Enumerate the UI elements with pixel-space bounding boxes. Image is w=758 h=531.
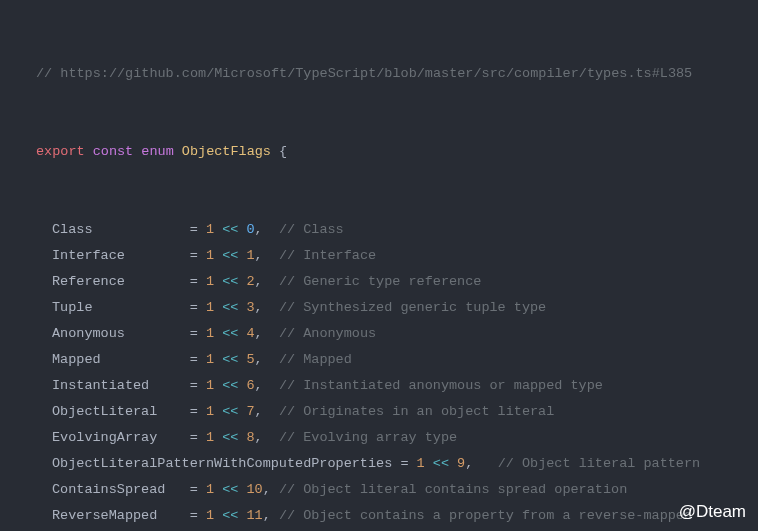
- bit-position: 3: [246, 300, 254, 315]
- shift-operator: <<: [214, 378, 246, 393]
- bit-position: 10: [246, 482, 262, 497]
- shift-operator: <<: [214, 430, 246, 445]
- member-name: Class: [52, 222, 93, 237]
- shift-operator: <<: [214, 274, 246, 289]
- shift-operator: <<: [214, 508, 246, 523]
- shift-operator: <<: [214, 222, 246, 237]
- number-one: 1: [206, 378, 214, 393]
- number-one: 1: [206, 274, 214, 289]
- number-one: 1: [206, 326, 214, 341]
- code-line: Tuple = 1 << 3, // Synthesized generic t…: [0, 295, 758, 321]
- member-name: ObjectLiteralPatternWithComputedProperti…: [52, 456, 392, 471]
- code-line: ContainsSpread = 1 << 10, // Object lite…: [0, 477, 758, 503]
- bit-position: 11: [246, 508, 262, 523]
- line-comment: // Instantiated anonymous or mapped type: [279, 378, 603, 393]
- number-one: 1: [206, 404, 214, 419]
- shift-operator: <<: [214, 300, 246, 315]
- source-url-comment: // https://github.com/Microsoft/TypeScri…: [36, 66, 692, 81]
- code-line: Mapped = 1 << 5, // Mapped: [0, 347, 758, 373]
- bit-position: 9: [457, 456, 465, 471]
- line-comment: // Interface: [279, 248, 376, 263]
- bit-position: 0: [246, 222, 254, 237]
- line-comment: // Object contains a property from a rev…: [279, 508, 692, 523]
- enum-name: ObjectFlags: [182, 144, 271, 159]
- code-line: Instantiated = 1 << 6, // Instantiated a…: [0, 373, 758, 399]
- number-one: 1: [206, 352, 214, 367]
- member-name: ObjectLiteral: [52, 404, 157, 419]
- line-comment: // Class: [279, 222, 344, 237]
- member-name: EvolvingArray: [52, 430, 157, 445]
- code-line: Class = 1 << 0, // Class: [0, 217, 758, 243]
- bit-position: 1: [246, 248, 254, 263]
- brace-open: {: [279, 144, 287, 159]
- shift-operator: <<: [214, 352, 246, 367]
- code-line: EvolvingArray = 1 << 8, // Evolving arra…: [0, 425, 758, 451]
- bit-position: 6: [246, 378, 254, 393]
- line-comment: // Synthesized generic tuple type: [279, 300, 546, 315]
- line-comment: // Object literal pattern: [498, 456, 701, 471]
- shift-operator: <<: [425, 456, 457, 471]
- bit-position: 2: [246, 274, 254, 289]
- shift-operator: <<: [214, 248, 246, 263]
- watermark: @Dteam: [679, 499, 746, 525]
- member-name: ContainsSpread: [52, 482, 165, 497]
- number-one: 1: [206, 482, 214, 497]
- number-one: 1: [206, 248, 214, 263]
- member-name: Mapped: [52, 352, 101, 367]
- bit-position: 5: [246, 352, 254, 367]
- number-one: 1: [417, 456, 425, 471]
- line-comment: // Mapped: [279, 352, 352, 367]
- member-name: ReverseMapped: [52, 508, 157, 523]
- member-name: Anonymous: [52, 326, 125, 341]
- code-line: Anonymous = 1 << 4, // Anonymous: [0, 321, 758, 347]
- code-block: // https://github.com/Microsoft/TypeScri…: [0, 0, 758, 531]
- bit-position: 4: [246, 326, 254, 341]
- code-line: Reference = 1 << 2, // Generic type refe…: [0, 269, 758, 295]
- bit-position: 7: [246, 404, 254, 419]
- member-name: Tuple: [52, 300, 93, 315]
- shift-operator: <<: [214, 482, 246, 497]
- code-line: ReverseMapped = 1 << 11, // Object conta…: [0, 503, 758, 529]
- code-line: Interface = 1 << 1, // Interface: [0, 243, 758, 269]
- code-line: // https://github.com/Microsoft/TypeScri…: [0, 61, 758, 87]
- kw-export: export: [36, 144, 85, 159]
- code-line: export const enum ObjectFlags {: [0, 139, 758, 165]
- line-comment: // Originates in an object literal: [279, 404, 554, 419]
- code-line: ObjectLiteral = 1 << 7, // Originates in…: [0, 399, 758, 425]
- line-comment: // Generic type reference: [279, 274, 482, 289]
- number-one: 1: [206, 222, 214, 237]
- member-name: Instantiated: [52, 378, 149, 393]
- shift-operator: <<: [214, 326, 246, 341]
- member-name: Interface: [52, 248, 125, 263]
- kw-enum: enum: [141, 144, 173, 159]
- number-one: 1: [206, 300, 214, 315]
- kw-const: const: [93, 144, 134, 159]
- line-comment: // Evolving array type: [279, 430, 457, 445]
- line-comment: // Anonymous: [279, 326, 376, 341]
- bit-position: 8: [246, 430, 254, 445]
- member-name: Reference: [52, 274, 125, 289]
- number-one: 1: [206, 430, 214, 445]
- line-comment: // Object literal contains spread operat…: [279, 482, 627, 497]
- shift-operator: <<: [214, 404, 246, 419]
- number-one: 1: [206, 508, 214, 523]
- code-line: ObjectLiteralPatternWithComputedProperti…: [0, 451, 758, 477]
